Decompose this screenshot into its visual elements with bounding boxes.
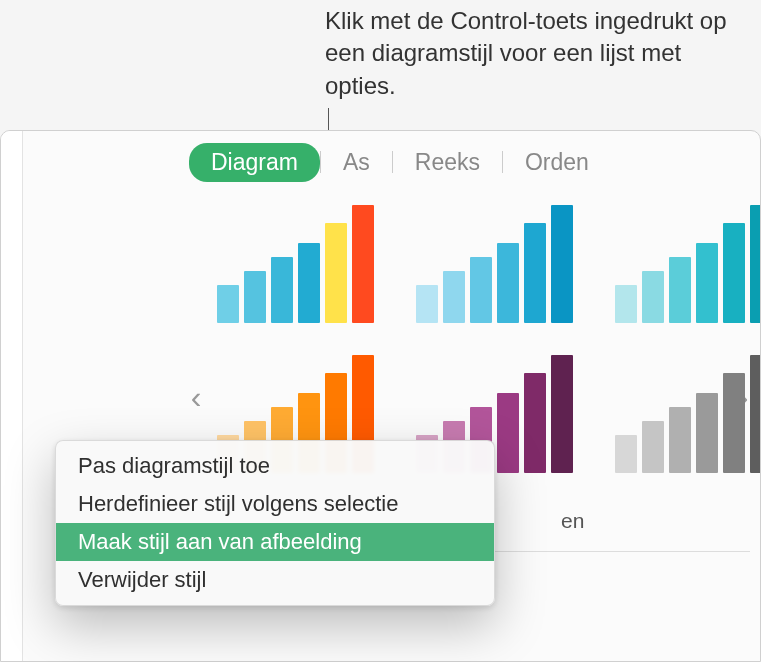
chart-bar-icon — [551, 205, 573, 323]
chart-bar-icon — [325, 223, 347, 323]
style-aqua-teal[interactable] — [609, 199, 761, 329]
tab-diagram[interactable]: Diagram — [189, 143, 320, 182]
chart-bar-icon — [696, 393, 718, 473]
chart-bar-icon — [470, 257, 492, 323]
chart-options-label-fragment: en — [561, 509, 584, 533]
chart-bar-icon — [642, 421, 664, 473]
chart-style-grid — [211, 199, 730, 479]
style-blue-cyan[interactable] — [410, 199, 579, 329]
chart-bar-icon — [615, 435, 637, 473]
tab-as[interactable]: As — [321, 141, 392, 184]
chart-bar-icon — [524, 223, 546, 323]
chart-bar-icon — [750, 355, 761, 473]
chart-bar-icon — [551, 355, 573, 473]
menu-item[interactable]: Maak stijl aan van afbeelding — [56, 523, 494, 561]
style-blue-yellow-red[interactable] — [211, 199, 380, 329]
chart-bar-icon — [723, 373, 745, 473]
chart-bar-icon — [352, 205, 374, 323]
chart-bar-icon — [524, 373, 546, 473]
chart-bar-icon — [244, 271, 266, 323]
chart-bar-icon — [615, 285, 637, 323]
inspector-tabs: DiagramAsReeksOrden — [181, 131, 760, 185]
chart-bar-icon — [669, 257, 691, 323]
callout-text: Klik met de Control-toets ingedrukt op e… — [325, 5, 755, 102]
chart-bar-icon — [642, 271, 664, 323]
chart-bar-icon — [416, 285, 438, 323]
chart-bar-icon — [723, 223, 745, 323]
styles-prev-button[interactable]: ‹ — [183, 379, 209, 416]
chart-bar-icon — [497, 393, 519, 473]
chart-bar-icon — [271, 257, 293, 323]
menu-item[interactable]: Pas diagramstijl toe — [56, 447, 494, 485]
tab-reeks[interactable]: Reeks — [393, 141, 502, 184]
chart-bar-icon — [750, 205, 761, 323]
style-grey-mono[interactable] — [609, 349, 761, 479]
chart-bar-icon — [696, 243, 718, 323]
document-edge — [1, 131, 23, 661]
chart-bar-icon — [669, 407, 691, 473]
chart-bar-icon — [443, 271, 465, 323]
style-context-menu: Pas diagramstijl toeHerdefinieer stijl v… — [55, 440, 495, 606]
menu-item[interactable]: Verwijder stijl — [56, 561, 494, 599]
chart-bar-icon — [217, 285, 239, 323]
chart-bar-icon — [497, 243, 519, 323]
tab-orden[interactable]: Orden — [503, 141, 611, 184]
chart-bar-icon — [298, 243, 320, 323]
menu-item[interactable]: Herdefinieer stijl volgens selectie — [56, 485, 494, 523]
